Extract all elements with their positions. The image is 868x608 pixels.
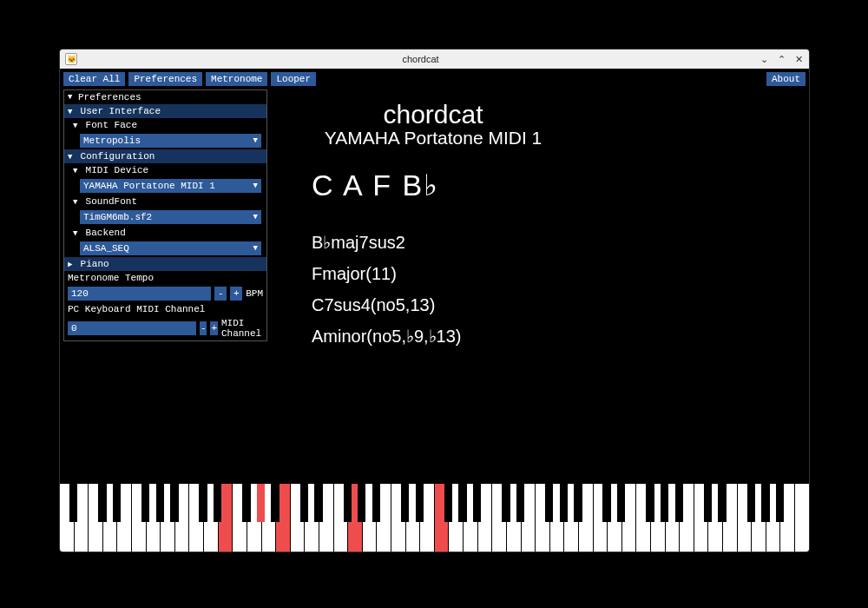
backend-header[interactable]: ▼ Backend (64, 226, 266, 240)
piano-keyboard[interactable] (60, 484, 809, 552)
black-key[interactable] (170, 484, 178, 522)
white-key[interactable] (233, 484, 247, 552)
tri-down-icon: ▼ (68, 93, 75, 102)
black-key[interactable] (761, 484, 769, 522)
white-key[interactable] (636, 484, 651, 552)
channel-increment[interactable]: + (210, 321, 217, 335)
black-key[interactable] (458, 484, 466, 522)
white-key[interactable] (435, 484, 450, 552)
black-key[interactable] (502, 484, 510, 522)
black-key[interactable] (141, 484, 149, 522)
black-key[interactable] (113, 484, 121, 522)
black-key[interactable] (214, 484, 221, 522)
main-display: chordcat YAMAHA Portatone MIDI 1 C A F B… (312, 100, 792, 352)
minimize-button[interactable]: ⌄ (759, 54, 769, 64)
white-key[interactable] (291, 484, 306, 552)
midi-device-select[interactable]: YAMAHA Portatone MIDI 1 ▼ (80, 179, 261, 193)
black-key[interactable] (314, 484, 322, 522)
black-key[interactable] (646, 484, 654, 522)
black-key[interactable] (675, 484, 683, 522)
metronome-button[interactable]: Metronome (206, 72, 267, 86)
titlebar: 🐱 chordcat ⌄ ⌃ ✕ (60, 50, 809, 69)
black-key[interactable] (661, 484, 668, 522)
black-key[interactable] (560, 484, 568, 522)
toolbar: Clear All Preferences Metronome Looper A… (63, 72, 806, 86)
black-key[interactable] (747, 484, 755, 522)
black-key[interactable] (416, 484, 424, 522)
black-key[interactable] (602, 484, 610, 522)
font-face-header[interactable]: ▼ Font Face (64, 118, 266, 132)
white-key[interactable] (694, 484, 709, 552)
tri-down-icon: ▼ (68, 153, 75, 162)
config-section-label: Configuration (81, 151, 155, 162)
font-face-select[interactable]: Metropolis ▼ (80, 134, 261, 148)
ui-section-header[interactable]: ▼ User Interface (64, 104, 266, 118)
black-key[interactable] (776, 484, 784, 522)
black-key[interactable] (271, 484, 279, 522)
black-key[interactable] (242, 484, 250, 522)
tri-down-icon: ▼ (73, 122, 80, 130)
tempo-input[interactable] (68, 287, 211, 301)
black-key[interactable] (300, 484, 308, 522)
tri-down-icon: ▼ (68, 108, 75, 116)
black-key[interactable] (617, 484, 625, 522)
black-key[interactable] (156, 484, 164, 522)
black-key[interactable] (372, 484, 380, 522)
clear-all-button[interactable]: Clear All (63, 72, 125, 86)
piano-section-header[interactable]: ► Piano (64, 257, 266, 271)
black-key[interactable] (257, 484, 265, 522)
midi-device-label: MIDI Device (86, 165, 149, 175)
chord-entry: Aminor(no5,♭9,♭13) (312, 321, 792, 352)
channel-input[interactable] (68, 321, 196, 335)
white-key[interactable] (189, 484, 204, 552)
white-key[interactable] (391, 484, 406, 552)
close-button[interactable]: ✕ (793, 54, 804, 64)
preferences-button[interactable]: Preferences (128, 72, 202, 86)
black-key[interactable] (199, 484, 207, 522)
white-key[interactable] (89, 484, 103, 552)
black-key[interactable] (344, 484, 352, 522)
tempo-decrement[interactable]: - (214, 287, 227, 301)
preferences-panel: ▼ Preferences ▼ User Interface ▼ Font Fa… (63, 89, 267, 341)
chord-entry: Fmajor(11) (312, 258, 792, 289)
window-title: chordcat (82, 54, 759, 64)
black-key[interactable] (401, 484, 409, 522)
soundfont-header[interactable]: ▼ SoundFont (64, 195, 266, 208)
black-key[interactable] (718, 484, 726, 522)
white-key[interactable] (738, 484, 753, 552)
font-face-value: Metropolis (83, 135, 141, 146)
chevron-down-icon: ▼ (253, 244, 258, 253)
device-display: YAMAHA Portatone MIDI 1 (312, 128, 555, 149)
white-key[interactable] (536, 484, 550, 552)
black-key[interactable] (704, 484, 712, 522)
white-key[interactable] (334, 484, 349, 552)
black-key[interactable] (69, 484, 77, 522)
black-key[interactable] (444, 484, 452, 522)
config-section-header[interactable]: ▼ Configuration (64, 149, 266, 163)
midi-device-header[interactable]: ▼ MIDI Device (64, 163, 266, 177)
white-key[interactable] (60, 484, 75, 552)
looper-button[interactable]: Looper (271, 72, 316, 86)
tempo-increment[interactable]: + (230, 287, 242, 301)
soundfont-select[interactable]: TimGM6mb.sf2 ▼ (80, 210, 261, 224)
maximize-button[interactable]: ⌃ (776, 54, 786, 64)
black-key[interactable] (98, 484, 106, 522)
white-key[interactable] (594, 484, 608, 552)
tempo-label: Metronome Tempo (64, 271, 266, 285)
black-key[interactable] (545, 484, 553, 522)
prefs-title: Preferences (78, 92, 141, 102)
white-key[interactable] (492, 484, 507, 552)
tri-down-icon: ▼ (73, 229, 80, 238)
black-key[interactable] (516, 484, 524, 522)
prefs-header[interactable]: ▼ Preferences (64, 90, 266, 104)
white-key[interactable] (795, 484, 809, 552)
about-button[interactable]: About (766, 72, 806, 86)
black-key[interactable] (574, 484, 582, 522)
channel-decrement[interactable]: - (200, 321, 207, 335)
backend-label: Backend (86, 228, 126, 238)
white-key[interactable] (132, 484, 147, 552)
backend-select[interactable]: ALSA_SEQ ▼ (80, 241, 261, 255)
tri-right-icon: ► (68, 261, 75, 269)
black-key[interactable] (473, 484, 481, 522)
black-key[interactable] (358, 484, 365, 522)
